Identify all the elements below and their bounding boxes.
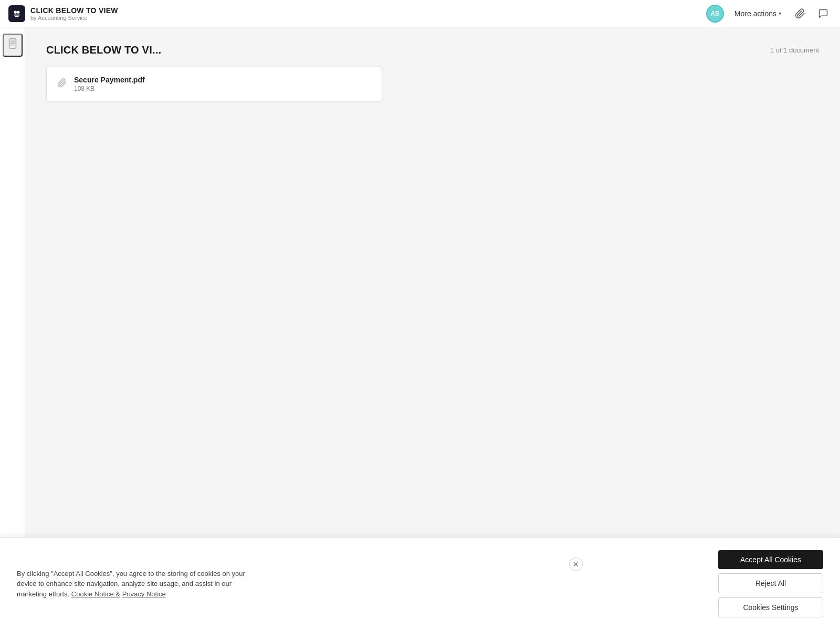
document-card[interactable]: Secure Payment.pdf 108 KB (46, 67, 382, 101)
cookies-settings-button[interactable]: Cookies Settings (718, 597, 823, 617)
cookie-notice-link[interactable]: Cookie Notice & (71, 590, 120, 598)
attachment-button[interactable] (792, 5, 808, 22)
paperclip-icon (57, 78, 67, 90)
reject-all-button[interactable]: Reject All (718, 573, 823, 593)
sidebar-documents-icon[interactable] (3, 34, 23, 57)
cookie-buttons: Accept All Cookies Reject All Cookies Se… (718, 550, 823, 617)
more-actions-label: More actions (734, 9, 776, 18)
document-filesize: 108 KB (74, 85, 145, 92)
document-info: Secure Payment.pdf 108 KB (74, 76, 145, 92)
chat-button[interactable] (815, 5, 832, 22)
accept-all-cookies-button[interactable]: Accept All Cookies (718, 550, 823, 569)
pandadoc-logo (8, 5, 25, 22)
header: CLICK BELOW TO VIEW by Accounting Servic… (0, 0, 840, 27)
doc-count: 1 of 1 document (770, 46, 819, 54)
doc-title: CLICK BELOW TO VI... (46, 44, 161, 56)
header-subtitle: by Accounting Service (30, 15, 118, 21)
header-title: CLICK BELOW TO VIEW (30, 6, 118, 15)
svg-rect-4 (9, 39, 16, 48)
logo-block: CLICK BELOW TO VIEW by Accounting Servic… (8, 5, 118, 22)
svg-rect-3 (15, 16, 18, 17)
svg-rect-2 (14, 14, 20, 15)
header-title-block: CLICK BELOW TO VIEW by Accounting Servic… (30, 6, 118, 21)
header-right: AS More actions ▾ (706, 5, 832, 23)
svg-point-1 (17, 10, 19, 13)
cookie-close-button[interactable]: ✕ (569, 558, 583, 571)
chevron-down-icon: ▾ (779, 10, 781, 16)
svg-point-0 (14, 10, 17, 13)
avatar: AS (706, 5, 724, 23)
more-actions-button[interactable]: More actions ▾ (730, 6, 785, 21)
doc-header: CLICK BELOW TO VI... 1 of 1 document (46, 44, 819, 56)
cookie-text-block: By clicking "Accept All Cookies", you ag… (17, 569, 258, 600)
document-filename: Secure Payment.pdf (74, 76, 145, 84)
cookie-text: By clicking "Accept All Cookies", you ag… (17, 570, 245, 598)
cookie-banner: By clicking "Accept All Cookies", you ag… (0, 537, 840, 630)
privacy-notice-link[interactable]: Privacy Notice (122, 590, 166, 598)
